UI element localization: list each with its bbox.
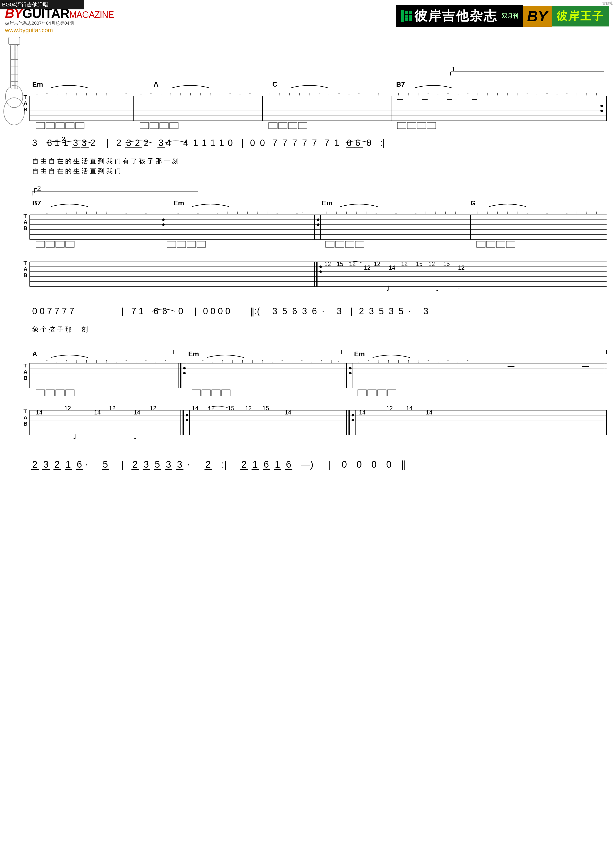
svg-text:12: 12 bbox=[428, 260, 435, 267]
svg-text:↓: ↓ bbox=[135, 358, 137, 363]
svg-text:14: 14 bbox=[406, 405, 413, 411]
svg-point-395 bbox=[351, 414, 354, 417]
brand-subtitle-text: 双月刊 bbox=[502, 12, 518, 20]
main-content: 1 Em A C B7 T A B ↓ ↑ ↓ bbox=[0, 32, 614, 853]
svg-point-2 bbox=[5, 85, 23, 108]
svg-rect-228 bbox=[187, 241, 196, 248]
svg-text:↑: ↑ bbox=[105, 91, 107, 96]
svg-text:↑: ↑ bbox=[368, 358, 370, 363]
svg-text:3: 3 bbox=[82, 138, 87, 148]
svg-text:↓: ↓ bbox=[487, 210, 489, 215]
svg-text:7: 7 bbox=[324, 138, 329, 148]
svg-text:·: · bbox=[302, 210, 303, 215]
svg-text:6: 6 bbox=[347, 138, 351, 148]
svg-text:↑: ↑ bbox=[586, 91, 588, 96]
svg-text:—: — bbox=[508, 362, 515, 370]
svg-text:↓: ↓ bbox=[269, 91, 271, 96]
svg-text:↓: ↓ bbox=[556, 91, 558, 96]
svg-text:0: 0 bbox=[367, 138, 372, 148]
svg-text:15: 15 bbox=[443, 260, 450, 267]
svg-text:0: 0 bbox=[260, 138, 265, 148]
svg-text:↑: ↑ bbox=[150, 91, 152, 96]
svg-text:|: | bbox=[194, 306, 197, 316]
svg-point-30 bbox=[600, 110, 603, 112]
svg-text::|: :| bbox=[380, 138, 385, 148]
svg-text:2: 2 bbox=[144, 138, 149, 148]
svg-text:↓: ↓ bbox=[192, 358, 194, 363]
svg-text:2: 2 bbox=[132, 459, 138, 470]
svg-text:↑: ↑ bbox=[447, 91, 449, 96]
svg-text:↑: ↑ bbox=[281, 358, 283, 363]
svg-rect-376 bbox=[222, 390, 230, 396]
svg-text:2: 2 bbox=[135, 138, 140, 148]
svg-text:↓: ↓ bbox=[546, 210, 548, 215]
svg-text:15: 15 bbox=[263, 405, 269, 411]
svg-text:3: 3 bbox=[73, 138, 78, 148]
svg-text:↑: ↑ bbox=[145, 358, 147, 363]
svg-point-317 bbox=[183, 372, 186, 374]
svg-text:↓: ↓ bbox=[271, 358, 273, 363]
svg-text:↓: ↓ bbox=[115, 91, 117, 96]
svg-text:—: — bbox=[397, 96, 403, 102]
svg-text:↓: ↓ bbox=[576, 91, 578, 96]
svg-point-163 bbox=[317, 219, 319, 221]
svg-text:3: 3 bbox=[177, 459, 182, 470]
svg-text:↑: ↑ bbox=[227, 210, 229, 215]
svg-text:↑: ↑ bbox=[85, 91, 88, 96]
svg-text:↓: ↓ bbox=[56, 358, 58, 363]
svg-text:↓: ↓ bbox=[125, 210, 127, 215]
svg-text:12: 12 bbox=[64, 405, 71, 411]
svg-text:↑: ↑ bbox=[407, 91, 409, 96]
notation-1: 3 bbox=[32, 138, 37, 148]
svg-text:↓: ↓ bbox=[437, 358, 439, 363]
logo-main: BYGUITARMAGAZINE bbox=[5, 7, 114, 20]
svg-rect-94 bbox=[76, 122, 84, 129]
chord-em-5: Em bbox=[354, 350, 365, 358]
svg-rect-225 bbox=[65, 241, 74, 248]
svg-text:↓: ↓ bbox=[212, 358, 214, 363]
svg-text:↑: ↑ bbox=[318, 91, 320, 96]
svg-text:↓: ↓ bbox=[251, 358, 253, 363]
svg-text:12: 12 bbox=[208, 405, 215, 411]
svg-text:↓: ↓ bbox=[516, 91, 518, 96]
svg-text:0: 0 bbox=[178, 306, 183, 316]
svg-text:|: | bbox=[350, 306, 353, 316]
svg-text:2: 2 bbox=[54, 459, 60, 470]
svg-text:|: | bbox=[121, 459, 124, 470]
svg-text:↑: ↑ bbox=[209, 91, 211, 96]
svg-text:3: 3 bbox=[369, 306, 374, 316]
svg-text:↓: ↓ bbox=[566, 210, 568, 215]
svg-text:4: 4 bbox=[183, 138, 188, 148]
svg-text:15: 15 bbox=[228, 405, 235, 411]
tab-t-label-5: T bbox=[23, 408, 27, 414]
svg-rect-103 bbox=[397, 122, 406, 129]
svg-text:↑: ↑ bbox=[85, 358, 88, 363]
svg-text:4: 4 bbox=[166, 138, 171, 148]
svg-text:↑: ↑ bbox=[222, 358, 224, 363]
svg-text:14: 14 bbox=[389, 264, 395, 271]
svg-text:↓: ↓ bbox=[160, 91, 162, 96]
svg-text:0: 0 bbox=[386, 459, 392, 470]
svg-text:·: · bbox=[458, 285, 460, 292]
svg-text:↑: ↑ bbox=[65, 358, 68, 363]
notation-2: 0 0 7 7 7 7 bbox=[32, 306, 74, 316]
svg-point-29 bbox=[600, 105, 603, 107]
svg-text:5: 5 bbox=[379, 306, 384, 316]
svg-rect-230 bbox=[326, 241, 334, 248]
logo-magazine: MAGAZINE bbox=[69, 10, 114, 20]
svg-rect-370 bbox=[46, 390, 54, 396]
svg-text:6: 6 bbox=[286, 459, 291, 470]
chord-em-2: Em bbox=[173, 199, 184, 207]
svg-rect-374 bbox=[202, 390, 210, 396]
svg-text:↓: ↓ bbox=[526, 210, 529, 215]
svg-text:3: 3 bbox=[272, 306, 277, 316]
svg-text:7: 7 bbox=[282, 138, 287, 148]
svg-text:3: 3 bbox=[144, 459, 149, 470]
svg-text:·: · bbox=[85, 459, 88, 470]
svg-text:↓: ↓ bbox=[197, 210, 199, 215]
svg-point-160 bbox=[162, 223, 165, 226]
svg-text:↓: ↓ bbox=[76, 91, 78, 96]
svg-text:14: 14 bbox=[359, 409, 366, 416]
brand-right-box: 彼岸王子 bbox=[552, 6, 609, 26]
svg-rect-232 bbox=[345, 241, 354, 248]
